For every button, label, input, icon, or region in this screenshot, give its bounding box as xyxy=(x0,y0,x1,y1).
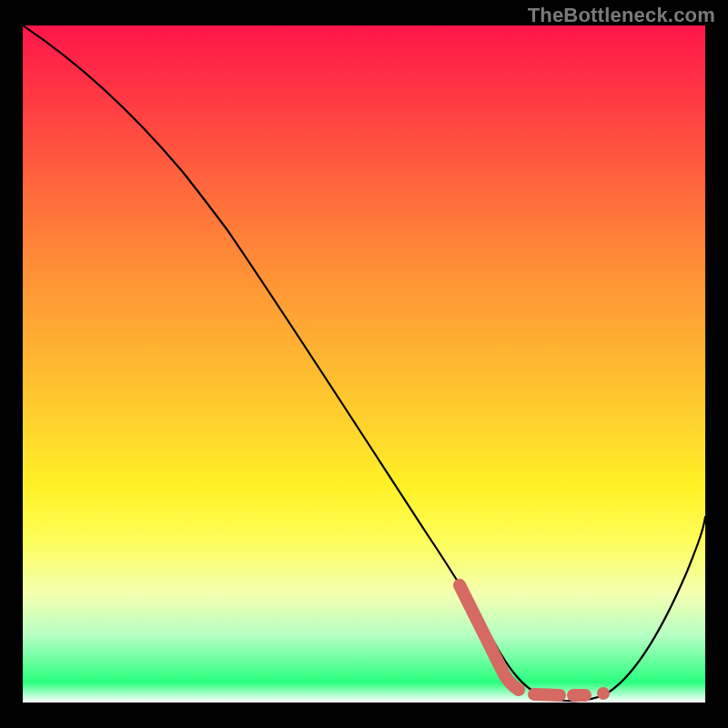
highlight-main xyxy=(460,585,519,690)
chart-overlay xyxy=(23,25,705,703)
attribution-label: TheBottleneck.com xyxy=(528,4,715,27)
chart-root: TheBottleneck.com xyxy=(0,0,728,728)
highlight-dash-1 xyxy=(534,694,560,695)
curve-black xyxy=(23,25,705,701)
highlight-dot xyxy=(597,687,610,700)
plot-area xyxy=(23,25,705,703)
